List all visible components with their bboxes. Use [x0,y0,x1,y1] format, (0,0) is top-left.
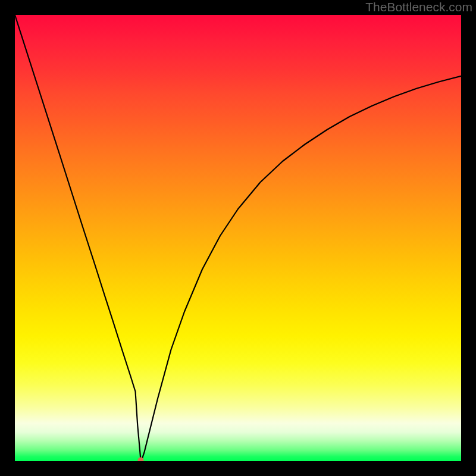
plot-area [15,15,461,461]
chart-frame: TheBottleneck.com [0,0,476,476]
watermark-text: TheBottleneck.com [365,0,472,14]
optimum-marker [138,458,144,462]
curve-svg [15,15,461,461]
bottleneck-curve [15,15,461,461]
